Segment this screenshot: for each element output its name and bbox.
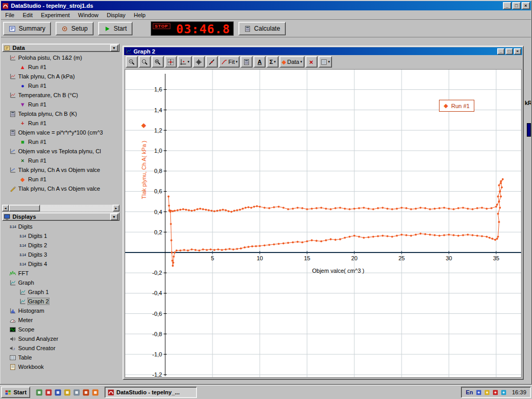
data-panel-header[interactable]: Data ▼ — [2, 44, 119, 52]
data-item-label: Objem valce = pi*r*r*y*100 (cm^3 — [18, 129, 103, 136]
setup-button[interactable]: Setup — [56, 22, 93, 35]
data-run-item[interactable]: +Run #1 — [2, 118, 119, 128]
display-item-graph-2[interactable]: Graph 2 — [2, 297, 119, 306]
grid-settings-button[interactable]: ▾ — [318, 56, 332, 68]
graph-icon — [9, 280, 16, 286]
data-item[interactable]: Tlak plynu, Ch A (kPa) — [2, 72, 119, 81]
display-item-label: Graph 2 — [28, 298, 49, 304]
start-menu-button[interactable]: Start — [1, 387, 30, 398]
chart-plot-area[interactable]: 1,61,41,21,00,80,60,40,2-0,2-0,4-0,6-0,8… — [125, 69, 522, 378]
quicklaunch-icon-4[interactable] — [63, 389, 71, 396]
start-button[interactable]: Start — [98, 22, 132, 35]
data-item[interactable]: Objem valce vs Teplota plynu, Cl — [2, 147, 119, 156]
quicklaunch-icon-5[interactable] — [73, 389, 81, 396]
menu-edit[interactable]: Edit — [19, 11, 37, 19]
maximize-button[interactable]: □ — [512, 2, 521, 9]
display-item-sound-creator[interactable]: ♪Sound Creator — [2, 343, 119, 353]
summary-button[interactable]: Summary — [3, 22, 51, 35]
graph-minimize-button[interactable]: _ — [497, 48, 504, 55]
menu-display[interactable]: Display — [102, 11, 129, 19]
data-run-item[interactable]: ●Run #1 — [2, 81, 119, 90]
data-item[interactable]: Objem valce = pi*r*r*y*100 (cm^3 — [2, 128, 119, 137]
menu-experiment[interactable]: Experiment — [37, 11, 74, 19]
statistics-menu-button[interactable]: Σ▾ — [267, 56, 278, 68]
display-item-digits-4[interactable]: 3.14Digits 4 — [2, 259, 119, 269]
data-item[interactable]: Tlak plynu, Ch A vs Objem valce — [2, 165, 119, 175]
data-panel-dropdown-button[interactable]: ▼ — [110, 45, 118, 51]
displays-panel-header[interactable]: Displays ▼ — [2, 212, 119, 221]
display-item-label: FFT — [18, 270, 29, 276]
quicklaunch-icon-2[interactable] — [45, 389, 52, 396]
minimize-button[interactable]: _ — [503, 2, 511, 9]
keyboard-layout-indicator[interactable]: En — [466, 389, 473, 395]
graph-maximize-button[interactable]: □ — [506, 48, 513, 55]
display-item-graph-1[interactable]: Graph 1 — [2, 287, 119, 297]
display-item-digits[interactable]: 3.14Digits — [2, 222, 119, 231]
zoom-in-button[interactable] — [126, 56, 138, 68]
quicklaunch-icon-6[interactable] — [82, 389, 90, 396]
tray-icon-4[interactable] — [500, 389, 507, 396]
scrollbar-thumb[interactable] — [9, 205, 40, 211]
display-item-sound-analyzer[interactable]: Sound Analyzer — [2, 334, 119, 343]
data-item[interactable]: Tlak plynu, Ch A vs Objem valce — [2, 184, 119, 193]
tray-icon-3[interactable] — [492, 389, 499, 396]
statistics-menu-label: Σ — [270, 59, 273, 65]
text-annotation-button[interactable]: A — [254, 56, 265, 68]
chart-legend[interactable]: ◆ Run #1 — [439, 100, 474, 112]
data-run-item[interactable]: ×Run #1 — [2, 156, 119, 165]
align-tool-button[interactable]: ▾ — [178, 56, 192, 68]
task-button-datastudio[interactable]: DataStudio - tepelny_... — [104, 387, 197, 398]
data-item[interactable]: Temperature, Ch B (°C) — [2, 90, 119, 100]
data-run-item[interactable]: ◆Run #1 — [2, 175, 119, 184]
display-item-scope[interactable]: Scope — [2, 325, 119, 334]
quicklaunch-icon-7[interactable] — [91, 389, 99, 396]
display-item-digits-2[interactable]: 3.14Digits 2 — [2, 241, 119, 250]
menu-help[interactable]: Help — [130, 11, 150, 19]
app-titlebar[interactable]: DataStudio - tepelny_stroj1.ds _ □ × — [1, 1, 531, 10]
display-item-table[interactable]: Table — [2, 353, 119, 362]
data-menu-button[interactable]: ◆Data▾ — [280, 56, 304, 68]
scale-to-fit-button[interactable] — [165, 56, 177, 68]
display-item-digits-1[interactable]: 3.14Digits 1 — [2, 231, 119, 241]
scroll-left-button[interactable]: ◄ — [2, 205, 9, 211]
data-run-item[interactable]: ▼Run #1 — [2, 100, 119, 109]
display-item-digits-3[interactable]: 3.14Digits 3 — [2, 250, 119, 259]
calculator-button[interactable] — [241, 56, 252, 68]
slope-tool-button[interactable] — [206, 56, 218, 68]
tray-icon-1[interactable] — [475, 389, 482, 396]
display-item-graph[interactable]: Graph — [2, 278, 119, 287]
pen-icon — [9, 185, 16, 192]
displays-panel-dropdown-button[interactable]: ▼ — [110, 214, 118, 220]
display-item-label: Digits 2 — [28, 242, 47, 248]
display-item-histogram[interactable]: Histogram — [2, 306, 119, 315]
data-item[interactable]: Teplota plynu, Ch B (K) — [2, 109, 119, 118]
monitor-icon — [4, 214, 10, 220]
data-item[interactable]: Poloha pistu, Ch 1&2 (m) — [2, 53, 119, 62]
menu-window[interactable]: Window — [74, 11, 102, 19]
data-panel-hscrollbar[interactable]: ◄ ► — [2, 205, 119, 211]
fit-menu-button[interactable]: Fit▾ — [219, 56, 240, 68]
close-button[interactable]: × — [522, 2, 530, 9]
menu-file[interactable]: File — [1, 11, 19, 19]
calculate-button[interactable]: Calculate — [238, 22, 286, 35]
graph-window-titlebar[interactable]: Graph 2 _ □ × — [124, 47, 522, 55]
display-item-workbook[interactable]: Workbook — [2, 362, 119, 371]
tray-icon-2[interactable] — [484, 389, 490, 396]
display-item-fft[interactable]: FFT — [2, 269, 119, 278]
display-item-meter[interactable]: Meter — [2, 315, 119, 325]
smart-tool-button[interactable] — [193, 56, 205, 68]
data-run-item[interactable]: ■Run #1 — [2, 137, 119, 147]
zoom-out-button[interactable] — [139, 56, 151, 68]
graph-close-button[interactable]: × — [514, 48, 521, 55]
display-item-label: Digits 3 — [28, 251, 47, 258]
x-axis-label: Objem valce( cm^3 ) — [276, 268, 401, 274]
data-run-item[interactable]: ▲Run #1 — [2, 62, 119, 72]
quicklaunch-icon-1[interactable] — [35, 389, 43, 396]
scroll-right-button[interactable]: ► — [113, 205, 119, 211]
app-icon — [2, 3, 9, 9]
scrollbar-track[interactable] — [40, 205, 113, 211]
grid-icon — [321, 59, 327, 65]
remove-button[interactable]: × — [305, 56, 317, 68]
zoom-select-button[interactable] — [152, 56, 164, 68]
quicklaunch-icon-3[interactable] — [54, 389, 62, 396]
